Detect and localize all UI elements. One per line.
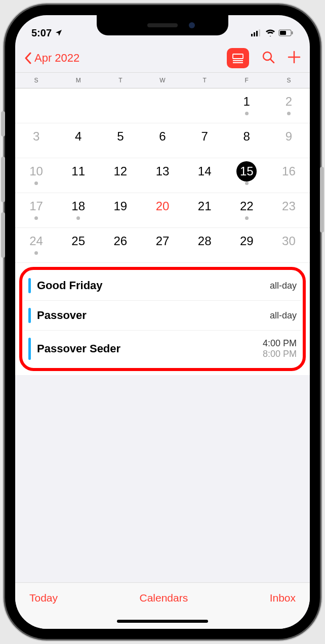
day-cell[interactable]: 6 — [141, 123, 183, 158]
nav-bar: Apr 2022 — [15, 43, 310, 73]
day-number: 10 — [29, 164, 43, 178]
event-dot-icon — [34, 181, 38, 185]
event-row[interactable]: Good Friday all-day — [24, 271, 301, 300]
day-cell[interactable]: 3 — [15, 123, 57, 158]
day-number: 21 — [198, 199, 212, 213]
event-color-bar — [28, 308, 31, 323]
day-number: 6 — [159, 129, 166, 144]
day-number: 24 — [29, 234, 43, 248]
day-number: 25 — [71, 234, 85, 248]
home-indicator[interactable] — [117, 620, 208, 623]
power-button — [320, 167, 324, 233]
day-number: 16 — [282, 164, 296, 178]
day-number: 19 — [114, 199, 128, 213]
day-cell[interactable]: 28 — [184, 228, 226, 262]
event-row[interactable]: Passover Seder 4:00 PM 8:00 PM — [24, 330, 301, 367]
plus-icon — [288, 51, 301, 64]
event-dot-icon — [76, 216, 80, 220]
weekday-label: M — [57, 77, 99, 84]
volume-button — [1, 212, 5, 258]
event-dot-icon — [287, 112, 291, 115]
day-number: 29 — [240, 234, 254, 248]
day-cell[interactable]: 11 — [57, 158, 99, 193]
day-cell[interactable]: 12 — [99, 158, 141, 193]
day-number: 20 — [156, 199, 170, 213]
day-cell[interactable]: 22 — [226, 193, 268, 227]
day-cell[interactable]: 8 — [226, 123, 268, 158]
month-label[interactable]: Apr 2022 — [34, 52, 227, 65]
calendar-grid: 1234567891011121314151617181920212223242… — [15, 88, 310, 263]
day-cell[interactable]: 19 — [99, 193, 141, 227]
day-number: 27 — [156, 234, 170, 248]
event-time: 4:00 PM 8:00 PM — [263, 338, 297, 359]
list-view-toggle[interactable] — [227, 48, 249, 68]
day-number: 26 — [114, 234, 128, 248]
day-cell[interactable] — [99, 88, 141, 123]
day-number: 4 — [75, 129, 82, 144]
svg-rect-1 — [254, 32, 255, 36]
day-cell[interactable]: 30 — [268, 228, 310, 262]
volume-button — [1, 157, 5, 202]
day-cell[interactable]: 7 — [184, 123, 226, 158]
day-cell[interactable]: 16 — [268, 158, 310, 193]
weekday-label: T — [99, 77, 141, 84]
day-cell[interactable]: 20 — [141, 193, 183, 227]
day-cell[interactable]: 13 — [141, 158, 183, 193]
day-cell[interactable]: 2 — [268, 88, 310, 123]
day-cell[interactable]: 14 — [184, 158, 226, 193]
bottom-toolbar: Today Calendars Inbox — [15, 582, 310, 629]
day-cell[interactable]: 15 — [226, 158, 268, 193]
weekday-label: F — [226, 77, 268, 84]
svg-line-11 — [270, 59, 274, 63]
svg-rect-3 — [259, 29, 260, 36]
notch — [97, 15, 228, 35]
day-cell[interactable]: 4 — [57, 123, 99, 158]
event-title: Good Friday — [37, 279, 270, 292]
event-dot-icon — [245, 181, 249, 185]
day-cell[interactable]: 27 — [141, 228, 183, 262]
calendars-button[interactable]: Calendars — [139, 592, 188, 604]
day-cell[interactable]: 23 — [268, 193, 310, 227]
day-number: 8 — [243, 129, 250, 144]
day-cell[interactable]: 17 — [15, 193, 57, 227]
day-cell[interactable] — [57, 88, 99, 123]
day-number: 9 — [286, 129, 292, 144]
event-time: all-day — [270, 310, 297, 321]
wifi-icon — [265, 29, 275, 36]
today-button[interactable]: Today — [29, 592, 58, 604]
event-dot-icon — [245, 112, 249, 115]
day-number: 13 — [156, 164, 170, 178]
inbox-button[interactable]: Inbox — [270, 592, 296, 604]
day-cell[interactable]: 10 — [15, 158, 57, 193]
day-number: 14 — [198, 164, 212, 178]
highlight-annotation: Good Friday all-day Passover all-day Pas… — [19, 267, 306, 371]
day-cell[interactable]: 21 — [184, 193, 226, 227]
list-icon — [232, 53, 244, 63]
event-dot-icon — [245, 216, 249, 220]
day-number: 17 — [29, 199, 43, 213]
day-cell[interactable] — [15, 88, 57, 123]
day-cell[interactable] — [141, 88, 183, 123]
event-row[interactable]: Passover all-day — [24, 300, 301, 330]
weekday-label: T — [184, 77, 226, 84]
event-title: Passover — [37, 309, 270, 322]
day-cell[interactable]: 29 — [226, 228, 268, 262]
event-time: all-day — [270, 281, 297, 291]
day-cell[interactable]: 5 — [99, 123, 141, 158]
day-cell[interactable]: 26 — [99, 228, 141, 262]
day-number: 7 — [201, 129, 208, 144]
day-cell[interactable]: 25 — [57, 228, 99, 262]
search-button[interactable] — [261, 50, 275, 66]
svg-rect-6 — [292, 31, 293, 34]
day-number: 5 — [117, 129, 124, 144]
day-cell[interactable]: 1 — [226, 88, 268, 123]
day-cell[interactable]: 9 — [268, 123, 310, 158]
day-cell[interactable]: 18 — [57, 193, 99, 227]
day-cell[interactable] — [184, 88, 226, 123]
event-color-bar — [28, 338, 31, 360]
back-chevron-icon[interactable] — [24, 52, 32, 64]
day-number: 23 — [282, 199, 296, 213]
day-number: 22 — [240, 199, 254, 213]
day-cell[interactable]: 24 — [15, 228, 57, 262]
add-event-button[interactable] — [288, 48, 301, 68]
